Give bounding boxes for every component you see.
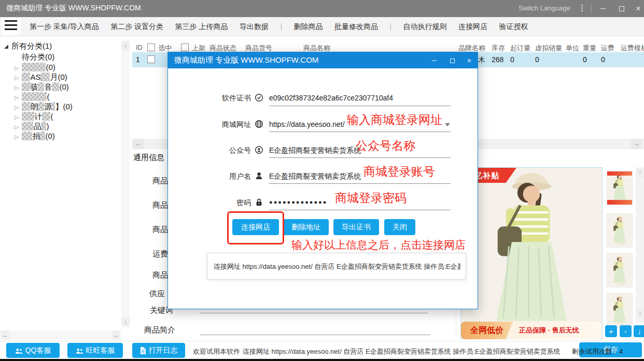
connection-text: 连接网址 https://data.yeesoo.net/ 自营店 E企盈招商裂… [243, 347, 570, 356]
collapse-icon[interactable]: ▷ [15, 94, 19, 100]
chevron-down-icon[interactable] [445, 123, 450, 126]
dialog-close-button[interactable]: × [463, 52, 476, 68]
menu-export-data[interactable]: 导出数据 [240, 22, 269, 32]
select-all-checkbox[interactable] [147, 44, 155, 51]
col-shipping: 运费 [601, 44, 614, 53]
username-input[interactable]: E企盈招商裂变营销卖货系统 [269, 172, 361, 181]
collapse-icon[interactable]: ▷ [15, 114, 19, 120]
certificate-value[interactable]: e09c02f387324e82a6c7ce2307710af4 [269, 94, 393, 102]
row-stock: 268 [492, 55, 503, 64]
collapse-icon[interactable]: ▷ [15, 134, 19, 140]
tree-item-censored[interactable]: ▷捐(0) [15, 132, 55, 141]
scroll-right-icon[interactable]: → [631, 139, 642, 149]
menu-delete-product[interactable]: 删除商品 [293, 22, 323, 32]
highlight-annotation-box [227, 211, 284, 244]
tree-item-censored[interactable]: ▷骇音(0) [15, 82, 69, 92]
menu-step1-import[interactable]: 第一步 采集/导入商品 [30, 22, 99, 32]
password-input[interactable]: ●●●●●●●●●●●●● [269, 199, 327, 205]
product-thumbnail[interactable] [607, 213, 633, 248]
scroll-up-icon[interactable]: ↑ [121, 41, 130, 51]
connection-status-text: 连接网址 https://data.yeesoo.net/ 自营店 E企盈招商裂… [214, 262, 460, 271]
guarantee-text: 正品保障 · 售后无忧 [519, 322, 579, 339]
check-circle-icon [255, 93, 263, 102]
close-dialog-button[interactable]: 关闭 [384, 219, 415, 235]
scroll-up-icon[interactable]: ↑ [636, 168, 644, 178]
menu-connect-shop[interactable]: 连接网店 [458, 22, 487, 32]
scroll-down-icon[interactable]: ↓ [636, 308, 644, 317]
minimize-button[interactable]: ─ [595, 0, 611, 17]
annotation-username: 商城登录账号 [363, 164, 435, 180]
download-image-button[interactable]: ↓ [634, 325, 644, 337]
tree-item-pending[interactable]: 待分类(0) [22, 52, 54, 62]
scroll-down-icon[interactable]: ↓ [121, 317, 130, 326]
switch-language-button[interactable]: Switch Language [519, 4, 570, 12]
menu-auto-rules[interactable]: 自动执行规则 [403, 22, 446, 32]
sidebar-horizontal-scrollbar[interactable] [0, 330, 121, 340]
collapse-icon[interactable]: ▷ [15, 104, 19, 110]
scroll-left-icon[interactable]: ← [1, 330, 9, 340]
collapse-icon[interactable]: ▷ [15, 124, 19, 130]
lock-icon [255, 198, 263, 207]
collapse-icon[interactable]: ▷ [15, 84, 19, 91]
lowest-price-tag: 全网低价 [461, 322, 513, 339]
dialog-titlebar: 微商城助理 专业版 WWW.SHOPFW.COM ─ × [168, 52, 478, 68]
product-thumbnail[interactable] [607, 293, 633, 327]
product-thumbnail[interactable] [607, 171, 633, 205]
hamburger-menu-icon[interactable] [1, 18, 21, 35]
official-account-input[interactable]: E企盈招商裂变营销卖货系统 [269, 146, 361, 155]
menu-step2-category[interactable]: 第二步 设置分类 [110, 22, 163, 32]
dialog-maximize-button[interactable] [445, 52, 459, 68]
dialog-minimize-button[interactable]: ─ [427, 52, 441, 68]
shop-url-input[interactable]: https://data.yeesoo.net/ [269, 120, 345, 128]
more-options-icon[interactable] [577, 4, 586, 13]
row-checkbox[interactable] [147, 55, 155, 63]
window-title: 微商城助理 专业版 WWW.SHOPFW.COM [6, 4, 141, 13]
tree-item-censored[interactable]: ▷( [15, 92, 49, 102]
row-name-tail: 木 [478, 55, 485, 65]
product-thumbnail[interactable] [607, 253, 633, 287]
form-label: 商品 [136, 270, 168, 280]
menu-bar: 第一步 采集/导入商品 第二步 设置分类 第三步 上传商品 导出数据 | 删除商… [0, 17, 644, 36]
globe-icon [255, 120, 263, 128]
onsale-all-checkbox[interactable] [181, 44, 189, 51]
field-underline [269, 157, 451, 158]
tree-root-all-categories[interactable]: 所有分类(1) [4, 41, 52, 51]
menu-batch-edit[interactable]: 批量修改商品 [334, 22, 378, 32]
open-log-button[interactable]: 打开日志 [132, 343, 185, 358]
tree-item-censored[interactable]: ▷品) [15, 122, 49, 131]
close-button[interactable]: × [631, 0, 644, 17]
scroll-left-icon[interactable]: ← [133, 139, 144, 149]
people-icon [15, 348, 23, 354]
document-icon [140, 347, 146, 354]
field-underline [269, 210, 451, 210]
col-weight: 重量 [583, 44, 596, 53]
dialog-title: 微商城助理 专业版 WWW.SHOPFW.COM [174, 55, 318, 65]
tree-item-censored[interactable]: ▷计( [15, 112, 53, 121]
preview-vertical-scrollbar[interactable] [636, 167, 644, 323]
qq-support-button[interactable]: QQ客服 [6, 343, 60, 358]
expand-icon[interactable] [4, 45, 8, 49]
official-account-label: 公众号 [199, 146, 251, 155]
zoom-out-button[interactable]: - [620, 325, 632, 337]
collapse-icon[interactable]: ▷ [15, 65, 19, 71]
tree-item-censored[interactable]: ▷朗源】(0) [15, 102, 73, 111]
wangwang-support-button[interactable]: 旺旺客服 [67, 343, 123, 358]
description-input[interactable] [200, 335, 430, 335]
menu-verify-auth[interactable]: 验证授权 [499, 22, 528, 32]
export-certificate-button[interactable]: 导出证书 [333, 219, 379, 235]
sidebar-vertical-scrollbar[interactable] [121, 40, 130, 327]
row-weight: 0 [583, 55, 587, 64]
collapse-icon[interactable]: ▷ [15, 75, 19, 81]
tab-general-info[interactable]: 通用信息 [133, 153, 164, 163]
delete-address-button[interactable]: 删除地址 [283, 219, 329, 235]
tree-item-censored[interactable]: ▷(0) [15, 63, 55, 72]
field-underline [269, 132, 451, 132]
menu-step3-upload[interactable]: 第三步 上传商品 [175, 22, 228, 32]
tree-item-censored[interactable]: ▷AS月(0) [15, 73, 67, 82]
maximize-button[interactable] [614, 0, 629, 17]
keywords-input[interactable] [200, 313, 428, 313]
app-window: 微商城助理 专业版 WWW.SHOPFW.COM Switch Language… [0, 0, 644, 361]
scroll-right-icon[interactable]: → [111, 330, 120, 340]
zoom-in-button[interactable]: + [605, 325, 617, 337]
field-underline [269, 183, 451, 184]
